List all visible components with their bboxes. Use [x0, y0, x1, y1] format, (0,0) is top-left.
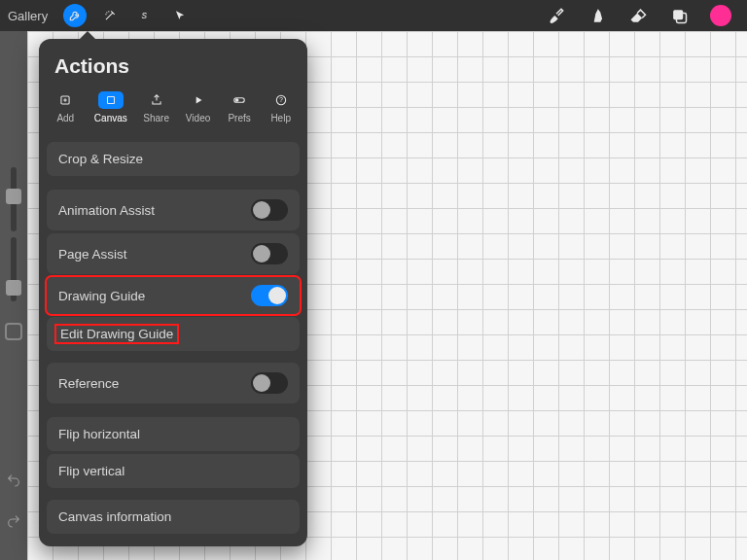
animation-assist-row[interactable]: Animation Assist: [47, 190, 300, 230]
reference-row[interactable]: Reference: [47, 363, 300, 403]
color-swatch[interactable]: [710, 5, 731, 26]
modify-button[interactable]: [5, 323, 22, 340]
redo-icon[interactable]: [6, 513, 21, 533]
transform-arrow-icon[interactable]: [168, 4, 192, 27]
help-icon: ?: [268, 91, 294, 109]
share-icon: [144, 91, 169, 109]
row-label: Flip vertical: [58, 464, 124, 478]
gallery-link[interactable]: Gallery: [8, 9, 48, 23]
tab-video[interactable]: Video: [182, 89, 215, 125]
selection-icon[interactable]: S: [133, 4, 157, 27]
svg-rect-4: [107, 97, 114, 104]
row-label: Edit Drawing Guide: [54, 324, 179, 344]
reference-toggle[interactable]: [251, 372, 288, 394]
wrench-icon[interactable]: [63, 4, 87, 27]
canvas-icon: [98, 91, 124, 109]
flip-vertical-row[interactable]: Flip vertical: [47, 454, 300, 488]
tab-help[interactable]: ? Help: [265, 89, 298, 125]
brush-size-thumb[interactable]: [6, 189, 21, 204]
add-icon: [53, 91, 78, 109]
panel-title: Actions: [39, 39, 307, 88]
smudge-icon[interactable]: [587, 6, 607, 25]
tab-label: Video: [186, 113, 210, 123]
tab-canvas[interactable]: Canvas: [90, 89, 131, 125]
row-label: Reference: [58, 376, 119, 391]
tab-label: Share: [143, 113, 169, 123]
panel-tabs: Add Canvas Share Video Prefs ? Help: [39, 88, 307, 135]
svg-text:?: ?: [279, 96, 283, 103]
drawing-guide-toggle[interactable]: [251, 285, 288, 306]
tab-label: Canvas: [94, 113, 127, 123]
svg-point-6: [235, 98, 239, 102]
opacity-slider[interactable]: [11, 237, 17, 301]
row-label: Canvas information: [58, 509, 171, 524]
tab-label: Help: [270, 113, 291, 123]
canvas-information-row[interactable]: Canvas information: [47, 500, 300, 534]
animation-assist-toggle[interactable]: [251, 199, 288, 221]
row-label: Crop & Resize: [58, 152, 143, 166]
opacity-thumb[interactable]: [6, 280, 21, 296]
page-assist-row[interactable]: Page Assist: [47, 233, 300, 274]
prefs-icon: [227, 91, 252, 109]
row-label: Drawing Guide: [58, 289, 145, 303]
brush-icon[interactable]: [547, 6, 566, 25]
svg-text:S: S: [142, 12, 148, 20]
crop-resize-row[interactable]: Crop & Resize: [47, 142, 300, 176]
undo-icon[interactable]: [6, 472, 21, 492]
tab-prefs[interactable]: Prefs: [223, 89, 256, 125]
actions-panel: Actions Add Canvas Share Video Prefs ? H…: [39, 39, 307, 546]
row-label: Animation Assist: [58, 203, 155, 218]
edit-drawing-guide-row[interactable]: Edit Drawing Guide: [47, 317, 300, 351]
row-label: Page Assist: [58, 247, 127, 262]
brush-size-slider[interactable]: [11, 167, 17, 231]
wand-icon[interactable]: [98, 4, 122, 27]
topbar: Gallery S: [0, 0, 747, 31]
topbar-right: [547, 5, 739, 26]
video-icon: [186, 91, 211, 109]
tab-share[interactable]: Share: [139, 89, 173, 125]
drawing-guide-row[interactable]: Drawing Guide: [45, 275, 302, 316]
tab-label: Prefs: [228, 113, 250, 123]
row-label: Flip horizontal: [58, 427, 140, 441]
layers-icon[interactable]: [669, 6, 689, 25]
tab-add[interactable]: Add: [49, 89, 82, 125]
svg-rect-1: [673, 10, 683, 19]
tab-label: Add: [56, 113, 74, 123]
page-assist-toggle[interactable]: [251, 243, 288, 264]
left-sidebar: [0, 31, 27, 560]
flip-horizontal-row[interactable]: Flip horizontal: [47, 417, 300, 451]
eraser-icon[interactable]: [628, 6, 648, 25]
